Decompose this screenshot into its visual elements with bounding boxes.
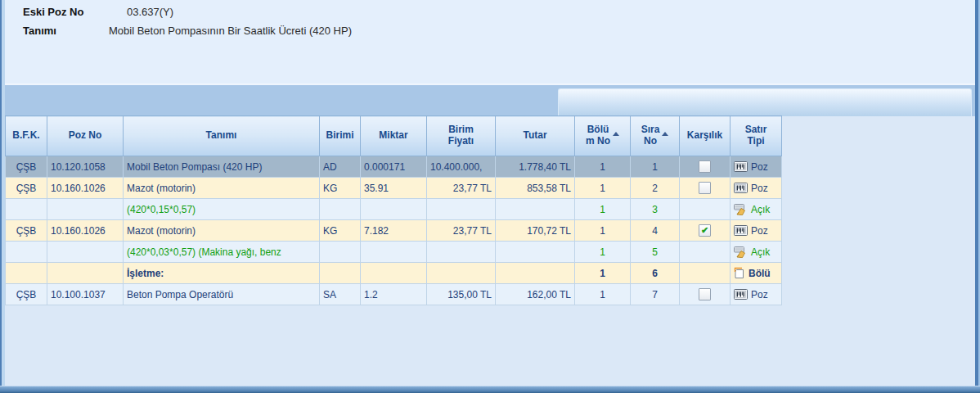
cell-birim_fiyati[interactable]: 135,00 TL bbox=[427, 284, 496, 305]
cell-birim_fiyati[interactable] bbox=[427, 242, 496, 263]
cell-birimi[interactable] bbox=[320, 242, 361, 263]
karsilik-checkbox[interactable] bbox=[699, 224, 711, 237]
cell-bfk[interactable] bbox=[6, 199, 47, 220]
cell-miktar[interactable] bbox=[361, 263, 427, 284]
column-header-bfk[interactable]: B.F.K. bbox=[6, 116, 47, 156]
cell-poz_no[interactable]: 10.160.1026 bbox=[47, 220, 124, 242]
cell-miktar[interactable]: 1.2 bbox=[361, 284, 427, 305]
karsilik-checkbox[interactable] bbox=[699, 160, 711, 173]
column-header-satir_tipi[interactable]: Satır Tipi bbox=[731, 116, 782, 156]
cell-satir_tipi[interactable]: Bölü bbox=[731, 263, 782, 284]
cell-karsilik[interactable] bbox=[680, 220, 731, 242]
cell-birimi[interactable]: KG bbox=[320, 220, 361, 242]
cell-satir_tipi[interactable]: Açık bbox=[731, 199, 782, 220]
cell-birim_fiyati[interactable] bbox=[427, 199, 496, 220]
cell-tanimi[interactable]: Mazot (motorin) bbox=[124, 178, 320, 199]
column-header-sira_no[interactable]: Sıra No bbox=[631, 116, 680, 156]
cell-bolum_no[interactable]: 1 bbox=[575, 156, 631, 178]
bolum-icon bbox=[734, 267, 745, 279]
cell-tanimi[interactable]: Mobil Beton Pompası (420 HP) bbox=[124, 156, 320, 178]
cell-birimi[interactable]: KG bbox=[320, 178, 361, 199]
cell-satir_tipi[interactable]: Poz bbox=[731, 156, 782, 178]
column-header-tutar[interactable]: Tutar bbox=[496, 116, 575, 156]
cell-bfk[interactable] bbox=[6, 242, 47, 263]
column-header-label: Birimi bbox=[326, 130, 353, 142]
cell-bfk[interactable]: ÇŞB bbox=[6, 220, 47, 242]
cell-karsilik[interactable] bbox=[680, 178, 731, 199]
cell-birimi[interactable] bbox=[320, 199, 361, 220]
cell-miktar[interactable]: 7.182 bbox=[361, 220, 427, 242]
cell-karsilik[interactable] bbox=[680, 156, 731, 178]
cell-tutar[interactable]: 853,58 TL bbox=[496, 178, 575, 199]
cell-sira_no[interactable]: 3 bbox=[631, 199, 680, 220]
cell-poz_no[interactable] bbox=[47, 199, 124, 220]
column-header-birim_fiyati[interactable]: Birim Fiyatı bbox=[427, 116, 496, 156]
cell-karsilik[interactable] bbox=[680, 242, 731, 263]
cell-birimi[interactable] bbox=[320, 263, 361, 284]
cell-satir_tipi[interactable]: Poz bbox=[731, 178, 782, 199]
column-header-tanimi[interactable]: Tanımı bbox=[124, 116, 320, 156]
cell-bfk[interactable] bbox=[6, 263, 47, 284]
cell-birimi[interactable]: SA bbox=[320, 284, 361, 305]
cell-tanimi[interactable]: Mazot (motorin) bbox=[124, 220, 320, 242]
cell-miktar[interactable]: 35.91 bbox=[361, 178, 427, 199]
cell-sira_no[interactable]: 4 bbox=[631, 220, 680, 242]
cell-birimi[interactable]: AD bbox=[320, 156, 361, 178]
cell-tutar[interactable] bbox=[496, 199, 575, 220]
cell-tutar[interactable]: 170,72 TL bbox=[496, 220, 575, 242]
cell-tutar[interactable] bbox=[496, 242, 575, 263]
cell-miktar[interactable] bbox=[361, 199, 427, 220]
cell-bolum_no[interactable]: 1 bbox=[575, 242, 631, 263]
cell-sira_no[interactable]: 2 bbox=[631, 178, 680, 199]
tanimi-label: Tanımı bbox=[23, 25, 56, 37]
column-header-bolum_no[interactable]: Bölü m No bbox=[575, 116, 631, 156]
cell-bfk[interactable]: ÇŞB bbox=[6, 156, 47, 178]
column-header-birimi[interactable]: Birimi bbox=[320, 116, 361, 156]
cell-tutar[interactable] bbox=[496, 263, 575, 284]
cell-bolum_no[interactable]: 1 bbox=[575, 178, 631, 199]
cell-poz_no[interactable] bbox=[47, 263, 124, 284]
cell-birim_fiyati[interactable]: 10.400.000, bbox=[427, 156, 496, 178]
column-header-poz_no[interactable]: Poz No bbox=[47, 116, 124, 156]
cell-bolum_no[interactable]: 1 bbox=[575, 284, 631, 305]
satir-tipi-content: Açık bbox=[734, 204, 778, 215]
column-header-karsilik[interactable]: Karşılık bbox=[680, 116, 731, 156]
cell-sira_no[interactable]: 1 bbox=[631, 156, 680, 178]
cell-tanimi[interactable]: Beton Pompa Operatörü bbox=[124, 284, 320, 305]
cell-sira_no[interactable]: 7 bbox=[631, 284, 680, 305]
cell-bfk[interactable]: ÇŞB bbox=[6, 284, 47, 305]
cell-bolum_no[interactable]: 1 bbox=[575, 220, 631, 242]
cell-poz_no[interactable] bbox=[47, 242, 124, 263]
cell-miktar[interactable] bbox=[361, 242, 427, 263]
column-header-miktar[interactable]: Miktar bbox=[361, 116, 427, 156]
cell-bfk[interactable]: ÇŞB bbox=[6, 178, 47, 199]
cell-tanimi[interactable]: İşletme: bbox=[124, 263, 320, 284]
analysis-table: B.F.K.Poz NoTanımıBirimiMiktarBirim Fiya… bbox=[5, 115, 782, 305]
cell-poz_no[interactable]: 10.160.1026 bbox=[47, 178, 124, 199]
cell-tanimi[interactable]: (420*0,03*0,57) (Makina yağı, benz bbox=[124, 242, 320, 263]
window-border-left-inner bbox=[2, 0, 5, 393]
cell-tutar[interactable]: 162,00 TL bbox=[496, 284, 575, 305]
table-row: ÇŞB10.160.1026Mazot (motorin)KG35.9123,7… bbox=[6, 178, 782, 199]
cell-bolum_no[interactable]: 1 bbox=[575, 263, 631, 284]
cell-sira_no[interactable]: 6 bbox=[631, 263, 680, 284]
cell-miktar[interactable]: 0.000171 bbox=[361, 156, 427, 178]
cell-birim_fiyati[interactable]: 23,77 TL bbox=[427, 178, 496, 199]
karsilik-checkbox[interactable] bbox=[699, 288, 711, 300]
cell-bolum_no[interactable]: 1 bbox=[575, 199, 631, 220]
cell-karsilik[interactable] bbox=[680, 284, 731, 305]
cell-satir_tipi[interactable]: Açık bbox=[731, 242, 782, 263]
cell-karsilik[interactable] bbox=[680, 199, 731, 220]
cell-tutar[interactable]: 1.778,40 TL bbox=[496, 156, 575, 178]
cell-poz_no[interactable]: 10.100.1037 bbox=[47, 284, 124, 305]
cell-birim_fiyati[interactable] bbox=[427, 263, 496, 284]
cell-satir_tipi[interactable]: Poz bbox=[731, 220, 782, 242]
cell-birim_fiyati[interactable]: 23,77 TL bbox=[427, 220, 496, 242]
cell-sira_no[interactable]: 5 bbox=[631, 242, 680, 263]
cell-karsilik[interactable] bbox=[680, 263, 731, 284]
cell-poz_no[interactable]: 10.120.1058 bbox=[47, 156, 124, 178]
karsilik-checkbox[interactable] bbox=[699, 182, 711, 194]
cell-tanimi[interactable]: (420*0,15*0,57) bbox=[124, 199, 320, 220]
column-header-label: Birim Fiyatı bbox=[448, 124, 474, 147]
cell-satir_tipi[interactable]: Poz bbox=[731, 284, 782, 305]
